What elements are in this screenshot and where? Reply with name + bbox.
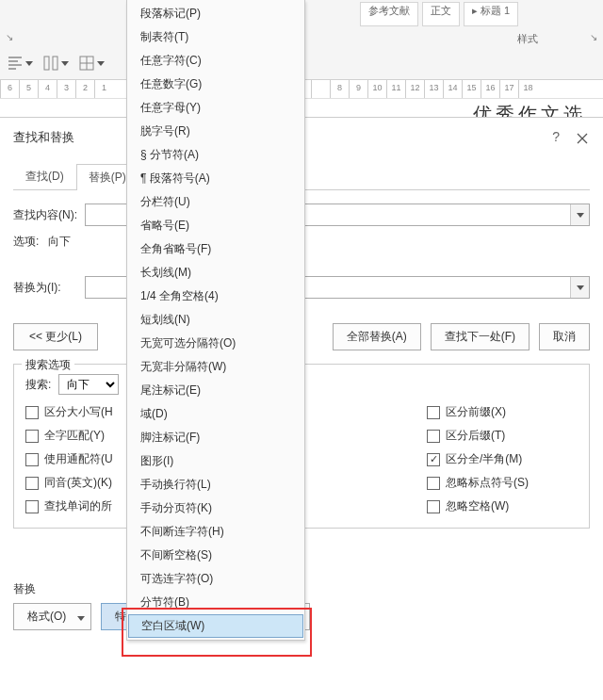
checkbox-label: 使用通配符(U <box>44 451 113 467</box>
checkbox-icon <box>427 477 440 490</box>
styles-group-label: 样式 <box>490 32 565 46</box>
format-button[interactable]: 格式(O) <box>13 603 91 630</box>
ruler-tick: 4 <box>38 80 57 98</box>
replace-all-button[interactable]: 全部替换(A) <box>333 323 421 350</box>
menu-item[interactable]: 图形(I) <box>127 449 304 473</box>
ruler-tick: 16 <box>481 80 499 98</box>
menu-item[interactable]: 任意数字(G) <box>127 73 304 96</box>
style-pill[interactable]: 正文 <box>422 2 460 26</box>
menu-item[interactable]: 无宽可选分隔符(O) <box>127 332 304 355</box>
ruler-tick: 2 <box>75 80 94 98</box>
menu-item[interactable]: 可选连字符(O) <box>127 567 304 591</box>
checkbox-label: 查找单词的所 <box>44 498 112 514</box>
menu-item[interactable]: 空白区域(W) <box>128 614 303 638</box>
checkbox-icon <box>427 406 440 419</box>
ruler-tick: 9 <box>349 80 367 98</box>
ruler-tick: 13 <box>424 80 443 98</box>
menu-item[interactable]: 1/4 全角空格(4) <box>127 285 304 308</box>
menu-item[interactable]: 分节符(B) <box>127 591 304 614</box>
checkbox-option[interactable]: 区分全/半角(M) <box>427 451 578 467</box>
checkbox-label: 区分后缀(T) <box>446 428 505 444</box>
menu-item[interactable]: 长划线(M) <box>127 261 304 285</box>
menu-item[interactable]: 脱字号(R) <box>127 120 304 143</box>
checkbox-option[interactable]: 忽略标点符号(S) <box>427 475 578 491</box>
close-icon[interactable] <box>571 127 594 150</box>
styles-dialog-launcher-icon[interactable]: ↘ <box>590 32 603 46</box>
checkbox-option[interactable]: 区分后缀(T) <box>427 428 578 444</box>
ruler-tick: 5 <box>19 80 38 98</box>
cancel-button[interactable]: 取消 <box>539 323 590 350</box>
replace-with-label: 替换为(I): <box>13 280 77 296</box>
find-what-label: 查找内容(N): <box>13 207 77 223</box>
menu-item[interactable]: 全角省略号(F) <box>127 237 304 261</box>
menu-item[interactable]: 尾注标记(E) <box>127 379 304 402</box>
menu-item[interactable]: 域(D) <box>127 402 304 426</box>
ruler-tick <box>311 80 330 98</box>
checkbox-icon <box>427 430 440 443</box>
style-pill[interactable]: 参考文献 <box>360 2 418 26</box>
ruler-tick: 8 <box>330 80 349 98</box>
ruler-tick: 6 <box>0 80 19 98</box>
paragraph-dialog-launcher-icon[interactable]: ↘ <box>0 32 13 46</box>
menu-item[interactable]: 不间断空格(S) <box>127 544 304 567</box>
menu-item[interactable]: 短划线(N) <box>127 308 304 332</box>
checkbox-option[interactable]: 区分前缀(X) <box>427 404 578 420</box>
menu-item[interactable]: 任意字母(Y) <box>127 96 304 120</box>
checkbox-label: 忽略标点符号(S) <box>446 475 529 491</box>
menu-item[interactable]: 省略号(E) <box>127 214 304 237</box>
style-pill[interactable]: ▸ 标题 1 <box>464 2 518 26</box>
checkbox-icon <box>25 500 39 513</box>
menu-item[interactable]: 手动换行符(L) <box>127 473 304 497</box>
checkbox-icon <box>427 500 440 513</box>
columns-icon[interactable] <box>40 51 72 75</box>
menu-item[interactable]: 手动分页符(K) <box>127 497 304 520</box>
ruler-tick: 10 <box>367 80 386 98</box>
menu-item[interactable]: 无宽非分隔符(W) <box>127 355 304 379</box>
menu-item[interactable]: 任意字符(C) <box>127 49 304 73</box>
menu-item[interactable]: 分栏符(U) <box>127 190 304 214</box>
table-icon[interactable] <box>75 51 107 75</box>
checkbox-icon <box>25 430 39 443</box>
svg-rect-0 <box>44 57 49 70</box>
ruler-tick: 12 <box>405 80 424 98</box>
chevron-down-icon[interactable] <box>570 204 589 225</box>
ruler-tick: 1 <box>94 80 113 98</box>
help-button[interactable]: ? <box>552 129 560 144</box>
menu-item[interactable]: § 分节符(A) <box>127 143 304 167</box>
checkbox-icon <box>25 406 39 419</box>
ruler-tick: 11 <box>386 80 405 98</box>
menu-item[interactable]: 制表符(T) <box>127 25 304 49</box>
menu-item[interactable]: 脚注标记(F) <box>127 426 304 449</box>
checkbox-icon <box>25 477 39 490</box>
checkbox-icon <box>427 453 440 466</box>
options-label: 选项: <box>13 234 39 250</box>
search-direction-label: 搜索: <box>25 377 51 393</box>
menu-item[interactable]: 段落标记(P) <box>127 2 304 25</box>
checkbox-label: 区分全/半角(M) <box>446 451 522 467</box>
checkbox-label: 区分大小写(H <box>44 404 113 420</box>
checkbox-label: 忽略空格(W) <box>446 498 509 514</box>
ruler-tick: 18 <box>518 80 537 98</box>
checkbox-label: 区分前缀(X) <box>446 404 506 420</box>
less-button[interactable]: << 更少(L) <box>13 323 98 350</box>
styles-gallery: 参考文献 正文 ▸ 标题 1 <box>358 0 603 28</box>
checkbox-label: 全字匹配(Y) <box>44 428 105 444</box>
menu-item[interactable]: ¶ 段落符号(A) <box>127 167 304 190</box>
ruler-tick: 3 <box>57 80 75 98</box>
checkbox-option[interactable]: 忽略空格(W) <box>427 498 578 514</box>
ruler-tick: 15 <box>462 80 481 98</box>
special-format-menu: 段落标记(P)制表符(T)任意字符(C)任意数字(G)任意字母(Y)脱字号(R)… <box>126 0 305 641</box>
checkbox-icon <box>25 453 39 466</box>
ruler-tick: 14 <box>443 80 462 98</box>
fieldset-legend: 搜索选项 <box>22 357 74 373</box>
options-value: 向下 <box>48 234 71 250</box>
chevron-down-icon[interactable] <box>570 277 589 298</box>
ruler-tick: 17 <box>499 80 518 98</box>
svg-rect-1 <box>53 57 57 70</box>
search-direction-select[interactable]: 向下 <box>58 374 119 395</box>
find-next-button[interactable]: 查找下一处(F) <box>431 323 530 350</box>
menu-item[interactable]: 不间断连字符(H) <box>127 520 304 544</box>
checkbox-label: 同音(英文)(K) <box>44 475 112 491</box>
tab-find[interactable]: 查找(D) <box>13 163 76 189</box>
align-icon[interactable] <box>4 51 36 75</box>
